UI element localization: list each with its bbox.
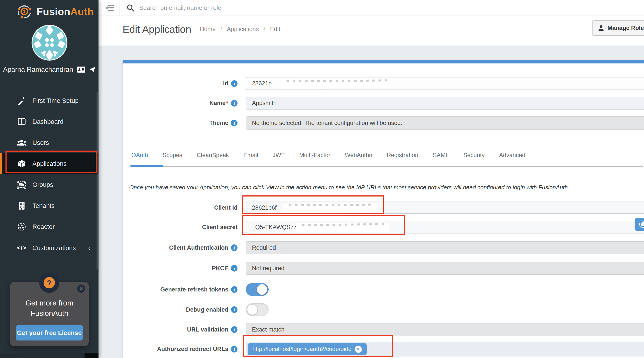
generate-refresh-tokens-toggle[interactable] xyxy=(246,283,268,296)
tab-multi-factor[interactable]: Multi-Factor xyxy=(298,152,332,159)
get-free-license-button[interactable]: Get your free License xyxy=(16,325,83,340)
remove-chip-icon[interactable]: × xyxy=(355,346,362,353)
breadcrumb-separator: / xyxy=(220,26,222,32)
avatar xyxy=(31,24,68,61)
search-input[interactable] xyxy=(139,4,424,12)
sidebar-item-label: Dashboard xyxy=(32,118,64,126)
redaction-overlay xyxy=(296,222,389,232)
sidebar-item-label: Tenants xyxy=(32,202,55,210)
id-field[interactable]: 28621b xyxy=(246,77,644,90)
info-icon[interactable]: i xyxy=(231,265,238,272)
client-authentication-value: Required xyxy=(252,244,276,251)
redaction-overlay xyxy=(281,79,392,89)
sidebar-menu: First Time SetupDashboardUsersApplicatio… xyxy=(0,90,98,237)
breadcrumb-applications[interactable]: Applications xyxy=(227,26,259,32)
brand-auth: Auth xyxy=(70,6,94,17)
sidebar-item-label: First Time Setup xyxy=(32,97,78,104)
manage-roles-button[interactable]: Manage Roles xyxy=(592,20,644,36)
pkce-label: PKCE i xyxy=(122,265,238,272)
sidebar-item-users[interactable]: Users xyxy=(0,132,98,153)
name-field[interactable]: Appsmith xyxy=(246,97,644,110)
authorized-redirect-urls-label: Authorized redirect URLs i xyxy=(122,346,238,352)
url-validation-label: URL validation i xyxy=(122,326,238,333)
info-icon[interactable]: i xyxy=(231,244,238,251)
client-secret-label: Client secret xyxy=(122,224,238,231)
person-icon xyxy=(598,25,604,31)
breadcrumb-home[interactable]: Home xyxy=(200,26,216,32)
client-secret-field[interactable]: _Q5-TKAWQSz7s xyxy=(246,221,644,234)
oauth-help-note: Once you have saved your Application, yo… xyxy=(129,184,644,191)
application-tabs: OAuthScopesCleanSpeakEmailJWTMulti-Facto… xyxy=(130,152,526,159)
debug-enabled-toggle[interactable] xyxy=(246,303,268,316)
topbar-divider xyxy=(120,0,120,16)
paper-plane-icon[interactable] xyxy=(89,66,96,73)
active-tab-indicator xyxy=(130,165,163,167)
sidebar-item-label: Users xyxy=(32,139,49,146)
tab-oauth[interactable]: OAuth xyxy=(130,152,149,159)
info-icon[interactable]: i xyxy=(231,326,238,333)
sidebar-item-groups[interactable]: Groups xyxy=(0,174,98,195)
collapse-sidebar-icon[interactable] xyxy=(104,3,116,13)
fusionauth-admin-window: Edit Application Home/Applications/Edit … xyxy=(0,0,644,358)
sidebar-item-dashboard[interactable]: Dashboard xyxy=(0,111,98,132)
client-authentication-label: Client Authentication i xyxy=(122,244,238,251)
page-title: Edit Application xyxy=(122,23,191,35)
regenerate-secret-button[interactable] xyxy=(635,218,644,231)
client-authentication-select[interactable]: Required xyxy=(246,241,644,254)
client-id-field[interactable]: 28621b6f- xyxy=(246,202,644,214)
url-validation-value: Exact match xyxy=(252,326,284,333)
id-card-icon[interactable] xyxy=(77,66,85,73)
redirect-url-text: http://localhost/login/oauth2/code/oidc xyxy=(252,346,351,352)
sidebar-item-label: Reactor xyxy=(32,223,55,230)
chevron-left-icon[interactable]: ‹ xyxy=(88,244,90,252)
client-id-value: 28621b6f- xyxy=(252,204,279,211)
widget-notch xyxy=(84,353,98,358)
tab-advanced[interactable]: Advanced xyxy=(498,152,526,159)
url-validation-select[interactable]: Exact match xyxy=(246,323,644,336)
tab-webauthn[interactable]: WebAuthn xyxy=(344,152,373,159)
tab-cleanspeak[interactable]: CleanSpeak xyxy=(196,152,230,159)
tab-saml[interactable]: SAML xyxy=(432,152,450,159)
theme-select[interactable]: No theme selected. The tenant configurat… xyxy=(246,116,644,130)
name-value: Appsmith xyxy=(252,100,277,106)
users-icon xyxy=(17,139,27,146)
info-icon[interactable]: i xyxy=(231,80,238,87)
info-icon[interactable]: i xyxy=(231,120,238,126)
question-mark-icon[interactable]: ? xyxy=(44,277,55,288)
application-form-card: Id i 28621b Name* i Appsmith xyxy=(122,60,644,358)
sidebar-item-label: Groups xyxy=(32,181,53,188)
tab-scopes[interactable]: Scopes xyxy=(162,152,183,159)
tab-email[interactable]: Email xyxy=(242,152,259,159)
code-icon: </> xyxy=(17,245,27,252)
info-icon[interactable]: i xyxy=(231,286,238,293)
sidebar-item-applications[interactable]: Applications xyxy=(0,153,98,174)
pkce-select[interactable]: Not required xyxy=(246,262,644,275)
theme-label: Theme i xyxy=(122,120,238,126)
authorized-redirect-urls-field[interactable]: http://localhost/login/oauth2/code/oidc … xyxy=(246,342,644,356)
name-label: Name* i xyxy=(122,100,238,106)
sidebar-item-tenants[interactable]: Tenants xyxy=(0,195,98,216)
group-icon xyxy=(17,181,27,189)
info-icon[interactable]: i xyxy=(231,306,238,313)
debug-enabled-label: Debug enabled i xyxy=(122,306,238,313)
sidebar-scrollbar[interactable] xyxy=(96,92,98,269)
sidebar-item-reactor[interactable]: Reactor xyxy=(0,216,98,237)
wand-icon xyxy=(17,96,27,105)
promo-close-icon[interactable]: × xyxy=(77,284,85,293)
info-icon[interactable]: i xyxy=(231,100,238,106)
sidebar-bottom-band xyxy=(0,353,98,358)
info-icon[interactable]: i xyxy=(231,346,238,352)
theme-value: No theme selected. The tenant configurat… xyxy=(252,120,402,126)
manage-roles-label: Manage Roles xyxy=(608,25,644,32)
sidebar-item-customizations[interactable]: </> Customizations ‹ xyxy=(0,237,98,259)
required-asterisk: * xyxy=(226,100,228,106)
topbar xyxy=(98,0,644,16)
tab-security[interactable]: Security xyxy=(462,152,486,159)
search-icon xyxy=(126,4,134,12)
tab-registration[interactable]: Registration xyxy=(386,152,419,159)
fusionauth-logo[interactable]: FusionAuth xyxy=(16,4,94,19)
tab-jwt[interactable]: JWT xyxy=(272,152,286,159)
breadcrumb: Home/Applications/Edit xyxy=(200,26,280,32)
sidebar-item-first-time-setup[interactable]: First Time Setup xyxy=(0,90,98,111)
id-label: Id i xyxy=(122,80,238,87)
